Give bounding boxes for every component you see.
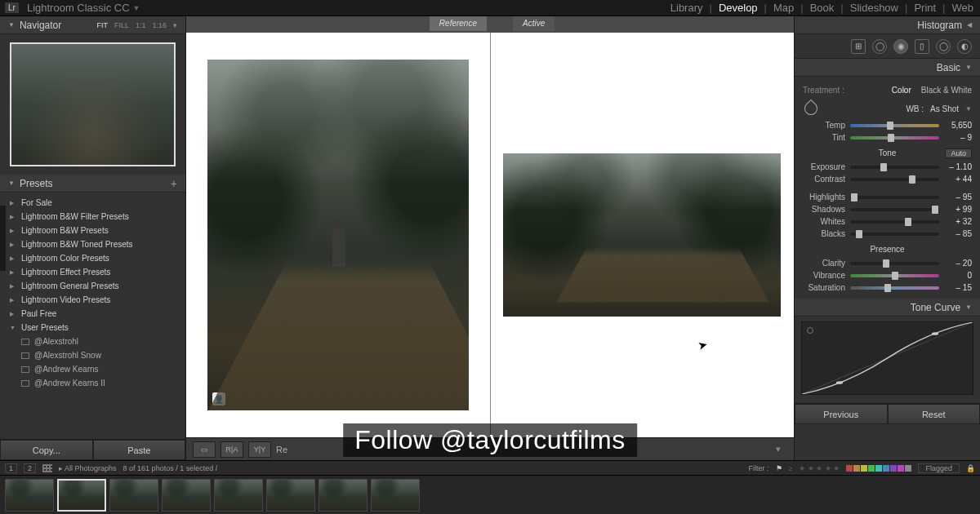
preset-item[interactable]: @Andrew Kearns II [0,376,185,390]
toolbar-dropdown-icon[interactable]: ▾ [776,444,787,454]
gradient-tool-icon[interactable]: ▯ [915,39,929,54]
preset-folder[interactable]: ▶Lightroom B&W Toned Presets [0,237,185,251]
saturation-slider[interactable]: Saturation– 15 [803,281,972,294]
reset-button[interactable]: Reset [888,404,981,424]
preset-folder[interactable]: ▶Lightroom General Presets [0,279,185,293]
loupe-view-button[interactable]: ▭ [193,441,216,458]
treatment-black-white[interactable]: Black & White [921,86,972,95]
filmstrip-thumb[interactable] [318,479,368,512]
navigator-preview[interactable] [10,42,176,166]
left-panel: ▼ Navigator FITFILL1:11:16▾ ▼ Presets + … [0,16,186,460]
zoom-1:16[interactable]: 1:16 [152,21,167,29]
presets-header[interactable]: ▼ Presets + [0,175,185,193]
grid-view-icon[interactable] [42,464,52,472]
module-map[interactable]: Map [772,2,795,14]
contrast-slider[interactable]: Contrast+ 44 [803,173,972,185]
auto-tone-button[interactable]: Auto [945,148,972,158]
preset-item[interactable]: @Andrew Kearns [0,362,185,376]
filmstrip-thumb[interactable] [371,479,420,512]
tone-curve-graph[interactable] [801,321,973,395]
copy-button[interactable]: Copy... [0,440,93,460]
shadows-slider[interactable]: Shadows+ 99 [803,203,972,215]
preset-folder[interactable]: ▶Paul Free [0,307,185,321]
redeye-tool-icon[interactable]: ◉ [893,39,908,54]
before-after-button[interactable]: R|A [220,441,243,458]
eyedropper-icon[interactable] [803,100,819,117]
color-swatch[interactable] [905,465,911,472]
monitor-2-button[interactable]: 2 [24,463,36,473]
color-swatch[interactable] [861,465,867,472]
filmstrip-thumb[interactable] [162,479,211,512]
add-preset-button[interactable]: + [171,177,177,190]
crop-tool-icon[interactable]: ⊞ [851,39,866,54]
filmstrip-thumb[interactable] [5,479,54,512]
module-develop[interactable]: Develop [717,2,760,14]
module-library[interactable]: Library [669,2,705,14]
basic-header[interactable]: Basic ▼ [795,59,980,77]
tone-curve-header[interactable]: Tone Curve ▼ [795,299,980,317]
treatment-color[interactable]: Color [892,86,911,95]
filmstrip-thumb[interactable] [109,479,158,512]
compare-yy-button[interactable]: Y|Y [248,441,271,458]
temp-slider[interactable]: Temp5,650 [803,119,972,131]
preset-item[interactable]: @Alexstrohl Snow [0,348,185,362]
preset-folder[interactable]: ▶Lightroom B&W Filter Presets [0,210,185,224]
preset-folder-user[interactable]: ▼User Presets [0,321,185,335]
zoom-more-icon[interactable]: ▾ [173,21,177,29]
preset-folder[interactable]: ▶Lightroom Video Presets [0,293,185,307]
color-swatch[interactable] [890,465,897,472]
point-curve-icon[interactable] [807,327,813,334]
zoom-fill[interactable]: FILL [114,21,129,29]
filmstrip-thumb[interactable] [266,479,315,512]
chevron-down-icon[interactable]: ▼ [965,105,972,113]
color-swatch[interactable] [875,465,882,472]
color-swatch[interactable] [868,465,875,472]
module-book[interactable]: Book [808,2,836,14]
exposure-slider[interactable]: Exposure– 1.10 [803,161,972,173]
color-swatch[interactable] [853,465,860,472]
tint-slider[interactable]: Tint– 9 [803,131,972,144]
radial-tool-icon[interactable]: ◯ [936,39,951,54]
clarity-slider[interactable]: Clarity– 20 [803,257,972,269]
histogram-header[interactable]: Histogram ◀ [795,16,980,34]
color-swatch[interactable] [846,465,853,472]
reference-pane[interactable]: 👤 [186,33,490,437]
filter-flag-icon[interactable]: ⚑ [776,464,782,472]
filter-preset-select[interactable]: Flagged [918,463,960,473]
title-dropdown-icon[interactable]: ▼ [133,4,140,12]
preset-folder[interactable]: ▶Lightroom B&W Presets [0,224,185,237]
active-pane[interactable]: ➤ [491,33,795,437]
wb-select[interactable]: As Shot [930,104,959,113]
blacks-slider[interactable]: Blacks– 85 [803,228,972,240]
module-web[interactable]: Web [951,2,976,14]
previous-button[interactable]: Previous [795,404,888,424]
app-logo: Lr [5,2,19,13]
preset-folder[interactable]: ▶Lightroom Effect Presets [0,265,185,279]
filmstrip-thumb[interactable] [214,479,263,512]
reference-tab[interactable]: Reference [430,16,487,31]
navigator-header[interactable]: ▼ Navigator FITFILL1:11:16▾ [0,16,185,34]
spot-tool-icon[interactable]: ◯ [872,39,887,54]
preset-item[interactable]: @Alexstrohl [0,335,185,348]
whites-slider[interactable]: Whites+ 32 [803,215,972,228]
navigator-zoom-options: FITFILL1:11:16▾ [96,21,177,29]
zoom-1:1[interactable]: 1:1 [136,21,146,29]
module-slideshow[interactable]: Slideshow [849,2,900,14]
svg-point-1 [836,381,843,384]
brush-tool-icon[interactable]: ◐ [957,39,972,54]
active-tab[interactable]: Active [513,16,555,31]
zoom-fit[interactable]: FIT [96,21,108,29]
module-print[interactable]: Print [912,2,938,14]
filmstrip-thumb[interactable] [57,479,106,512]
color-label-filters [846,465,911,472]
vibrance-slider[interactable]: Vibrance0 [803,269,972,281]
paste-button[interactable]: Paste [93,440,186,460]
monitor-1-button[interactable]: 1 [5,463,17,473]
color-swatch[interactable] [898,465,904,472]
color-swatch[interactable] [883,465,889,472]
preset-folder[interactable]: ▶For Sale [0,196,185,210]
collection-label[interactable]: ▸ All Photographs [59,464,117,472]
preset-folder[interactable]: ▶Lightroom Color Presets [0,251,185,265]
highlights-slider[interactable]: Highlights– 95 [803,191,972,203]
filter-lock-icon[interactable]: 🔒 [966,464,975,472]
